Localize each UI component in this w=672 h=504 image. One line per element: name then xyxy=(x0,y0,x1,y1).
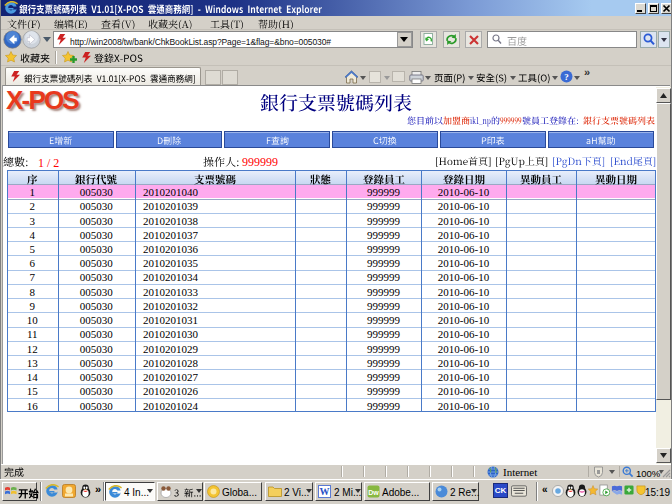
svg-text:Dw: Dw xyxy=(368,489,379,496)
svg-text:W: W xyxy=(320,486,330,497)
svg-text:?: ? xyxy=(564,72,569,82)
